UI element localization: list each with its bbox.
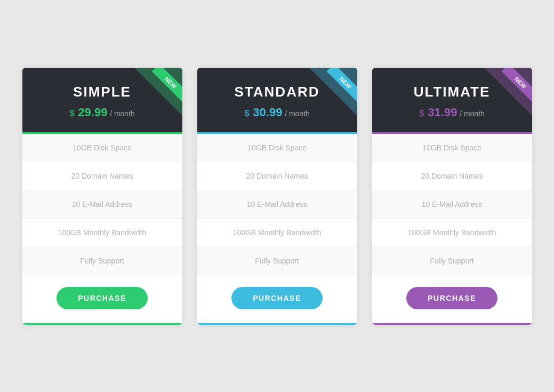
feature-row: 100GB Monthly Bandwidth bbox=[197, 219, 357, 247]
card-bottom-line bbox=[22, 323, 182, 325]
plan-card-simple: NEW SIMPLE $ 29.99 / month 10GB Disk Spa… bbox=[22, 68, 182, 325]
price-currency: $ bbox=[69, 108, 74, 118]
plan-features: 10GB Disk Space 20 Domain Names 10 E-Mai… bbox=[372, 134, 532, 275]
feature-row: 100GB Monthly Bandwidth bbox=[372, 219, 532, 247]
feature-text: 100GB Monthly Bandwidth bbox=[58, 228, 147, 237]
feature-text: 20 Domain Names bbox=[421, 172, 483, 180]
feature-text: 20 Domain Names bbox=[71, 172, 133, 180]
price-period: / month bbox=[460, 109, 485, 118]
price-amount: 31.99 bbox=[428, 106, 457, 119]
price-currency: $ bbox=[419, 108, 424, 118]
feature-text: Fully Support bbox=[255, 257, 299, 265]
feature-text: 10 E-Mail Address bbox=[422, 200, 483, 209]
plan-footer: PURCHASE bbox=[22, 275, 182, 323]
badge-text: NEW bbox=[326, 68, 357, 101]
feature-row: Fully Support bbox=[372, 247, 532, 275]
feature-text: Fully Support bbox=[80, 257, 124, 265]
feature-row: Fully Support bbox=[197, 247, 357, 275]
feature-text: 10GB Disk Space bbox=[247, 143, 307, 152]
plan-features: 10GB Disk Space 20 Domain Names 10 E-Mai… bbox=[197, 134, 357, 275]
plan-header-ultimate: NEW ULTIMATE $ 31.99 / month bbox=[372, 68, 532, 132]
price-period: / month bbox=[110, 109, 135, 118]
pricing-container: NEW SIMPLE $ 29.99 / month 10GB Disk Spa… bbox=[1, 46, 553, 346]
feature-row: 10GB Disk Space bbox=[22, 134, 182, 162]
badge-text: NEW bbox=[151, 68, 182, 101]
price-period: / month bbox=[285, 109, 310, 118]
badge-text: NEW bbox=[501, 68, 532, 101]
badge-ribbon: NEW bbox=[140, 68, 182, 110]
plan-header-simple: NEW SIMPLE $ 29.99 / month bbox=[22, 68, 182, 132]
feature-text: 100GB Monthly Bandwidth bbox=[233, 228, 322, 237]
feature-text: 10GB Disk Space bbox=[73, 143, 132, 152]
plan-footer: PURCHASE bbox=[197, 275, 357, 323]
badge-ribbon: NEW bbox=[489, 68, 532, 110]
feature-row: Fully Support bbox=[22, 247, 182, 275]
price-currency: $ bbox=[244, 108, 249, 118]
purchase-button[interactable]: PURCHASE bbox=[231, 287, 323, 309]
feature-text: 100GB Monthly Bandwidth bbox=[408, 228, 496, 237]
feature-text: Fully Support bbox=[430, 257, 473, 265]
plan-features: 10GB Disk Space 20 Domain Names 10 E-Mai… bbox=[22, 134, 182, 275]
feature-row: 10 E-Mail Address bbox=[22, 190, 182, 219]
plan-footer: PURCHASE bbox=[372, 275, 532, 323]
price-amount: 30.99 bbox=[253, 106, 282, 119]
price-amount: 29.99 bbox=[78, 106, 107, 119]
purchase-button[interactable]: PURCHASE bbox=[57, 287, 148, 309]
feature-row: 10 E-Mail Address bbox=[372, 190, 532, 219]
plan-card-ultimate: NEW ULTIMATE $ 31.99 / month 10GB Disk S… bbox=[372, 68, 532, 325]
feature-text: 10 E-Mail Address bbox=[72, 200, 133, 209]
card-bottom-line bbox=[197, 323, 357, 325]
badge-ribbon: NEW bbox=[315, 68, 357, 110]
feature-row: 20 Domain Names bbox=[372, 162, 532, 190]
feature-row: 10GB Disk Space bbox=[197, 134, 357, 162]
plan-card-standard: NEW STANDARD $ 30.99 / month 10GB Disk S… bbox=[197, 68, 357, 325]
feature-row: 20 Domain Names bbox=[197, 162, 357, 190]
feature-text: 20 Domain Names bbox=[246, 172, 308, 180]
feature-text: 10GB Disk Space bbox=[422, 143, 481, 152]
feature-row: 10 E-Mail Address bbox=[197, 190, 357, 219]
feature-row: 10GB Disk Space bbox=[372, 134, 532, 162]
plan-header-standard: NEW STANDARD $ 30.99 / month bbox=[197, 68, 357, 132]
feature-row: 100GB Monthly Bandwidth bbox=[22, 219, 182, 247]
card-bottom-line bbox=[372, 323, 532, 325]
feature-text: 10 E-Mail Address bbox=[247, 200, 308, 209]
purchase-button[interactable]: PURCHASE bbox=[406, 287, 497, 309]
feature-row: 20 Domain Names bbox=[22, 162, 182, 190]
